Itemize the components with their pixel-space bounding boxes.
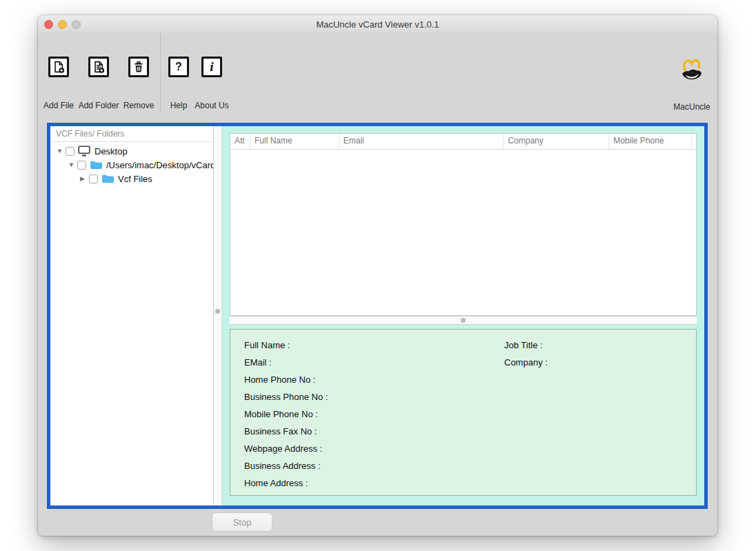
table-body-empty [230,150,696,316]
column-header-att[interactable]: Att [230,134,250,149]
horizontal-splitter[interactable] [230,316,697,325]
window-title: MacUncle vCard Viewer v1.0.1 [38,15,717,33]
field-label-mobile-phone: Mobile Phone No : [244,405,328,423]
vcard-path-checkbox[interactable] [77,161,86,170]
title-bar: MacUncle vCard Viewer v1.0.1 [38,15,717,33]
add-folder-button[interactable]: Add Folder [77,57,121,110]
column-header-filler [692,134,696,149]
about-us-button[interactable]: i About Us [190,57,234,110]
contact-details-panel: Full Name : EMail : Home Phone No : Busi… [230,329,697,496]
expander-icon[interactable]: ▶ [80,175,88,182]
trash-icon [128,57,149,77]
tree-row-vcard-path[interactable]: ▼ /Users/imac/Desktop/vCard [50,158,213,172]
field-label-business-phone: Business Phone No : [244,388,328,405]
table-header: Att Full Name Email Company Mobile Phone [230,134,696,150]
right-pane: Att Full Name Email Company Mobile Phone… [222,126,704,505]
field-label-email: EMail : [244,354,328,371]
tree-label: Desktop [94,146,128,157]
details-left-column: Full Name : EMail : Home Phone No : Busi… [244,337,328,492]
column-header-mobile-phone[interactable]: Mobile Phone [609,134,692,149]
sidebar: VCF Files/ Folders ▼ Desktop ▼ [50,126,213,505]
remove-label: Remove [117,101,161,110]
details-right-column: Job Title : Company : [504,337,548,371]
splitter-handle-icon [461,318,466,323]
expander-icon[interactable]: ▼ [68,161,77,168]
macuncle-logo-icon [677,72,706,83]
field-label-business-fax: Business Fax No : [244,423,328,440]
column-header-email[interactable]: Email [339,134,504,149]
splitter-handle-icon [215,309,220,314]
add-folder-icon [88,57,109,77]
field-label-full-name: Full Name : [244,337,328,354]
brand-label: MacUncle [664,102,719,112]
field-label-home-address: Home Address : [244,474,328,492]
vertical-splitter[interactable] [213,126,222,505]
tree-row-desktop[interactable]: ▼ Desktop [50,144,213,158]
contacts-table: Att Full Name Email Company Mobile Phone [230,133,697,316]
about-us-label: About Us [190,101,234,110]
add-file-button[interactable]: Add File [37,57,81,110]
stop-button[interactable]: Stop [212,512,272,532]
folder-icon [90,160,102,170]
column-header-company[interactable]: Company [504,134,609,149]
desktop-icon [78,146,90,157]
brand: MacUncle [664,54,719,112]
content-frame: VCF Files/ Folders ▼ Desktop ▼ [47,123,708,509]
expander-icon[interactable]: ▼ [57,148,65,154]
field-label-job-title: Job Title : [504,337,548,354]
field-label-business-address: Business Address : [244,457,328,474]
add-folder-label: Add Folder [77,101,121,110]
vcf-files-checkbox[interactable] [89,174,98,183]
add-file-icon [48,57,69,77]
app-window: MacUncle vCard Viewer v1.0.1 Add File Ad… [38,15,717,536]
tree-label: Vcf Files [118,174,152,184]
folder-icon [101,174,114,183]
remove-button[interactable]: Remove [117,57,161,110]
file-tree: ▼ Desktop ▼ [50,142,213,186]
field-label-webpage-address: Webpage Address : [244,440,328,457]
field-label-home-phone: Home Phone No : [244,371,328,388]
desktop-checkbox[interactable] [66,147,74,156]
tree-label: /Users/imac/Desktop/vCard [106,160,215,170]
field-label-company: Company : [504,354,548,371]
info-icon: i [201,57,222,77]
column-header-full-name[interactable]: Full Name [250,134,339,149]
add-file-label: Add File [37,101,81,110]
tree-row-vcf-files[interactable]: ▶ Vcf Files [50,172,213,186]
question-icon: ? [168,57,189,77]
sidebar-header: VCF Files/ Folders [50,126,213,142]
